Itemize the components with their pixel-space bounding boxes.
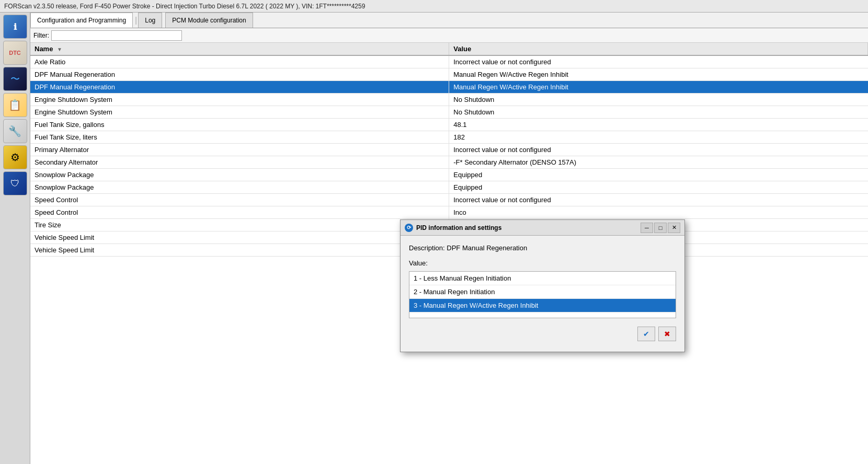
ok-icon: ✔ bbox=[643, 330, 649, 338]
modal-list-item[interactable]: 1 - Less Manual Regen Initiation bbox=[409, 272, 676, 285]
modal-cancel-button[interactable]: ✖ bbox=[658, 327, 676, 341]
modal-title-text: PID information and settings bbox=[416, 224, 501, 231]
modal-description: Description: DPF Manual Regeneration bbox=[409, 244, 676, 252]
modal-title-icon: ⟳ bbox=[405, 224, 413, 232]
modal-overlay: ⟳ PID information and settings ─ □ ✕ Des… bbox=[0, 0, 868, 464]
modal-minimize-button[interactable]: ─ bbox=[641, 223, 653, 233]
cancel-icon: ✖ bbox=[664, 330, 670, 338]
modal-window-controls: ─ □ ✕ bbox=[641, 223, 680, 233]
modal-description-value-text: DPF Manual Regeneration bbox=[447, 244, 527, 252]
modal-description-label: Description: bbox=[409, 244, 445, 252]
modal-body: Description: DPF Manual Regeneration Val… bbox=[401, 236, 684, 352]
modal-list-item[interactable]: 2 - Manual Regen Initiation bbox=[409, 285, 676, 299]
modal-maximize-button[interactable]: □ bbox=[654, 223, 667, 233]
modal-close-button[interactable]: ✕ bbox=[668, 223, 680, 233]
modal-title-left: ⟳ PID information and settings bbox=[405, 224, 501, 232]
modal-ok-button[interactable]: ✔ bbox=[637, 327, 655, 341]
modal-titlebar: ⟳ PID information and settings ─ □ ✕ bbox=[401, 220, 684, 236]
modal-listbox: 1 - Less Manual Regen Initiation2 - Manu… bbox=[409, 271, 676, 318]
modal-list-item[interactable]: 3 - Manual Regen W/Active Regen Inhibit bbox=[409, 299, 676, 312]
modal-footer: ✔ ✖ bbox=[409, 327, 676, 343]
pid-modal: ⟳ PID information and settings ─ □ ✕ Des… bbox=[400, 219, 685, 352]
modal-value-label: Value: bbox=[409, 259, 676, 267]
